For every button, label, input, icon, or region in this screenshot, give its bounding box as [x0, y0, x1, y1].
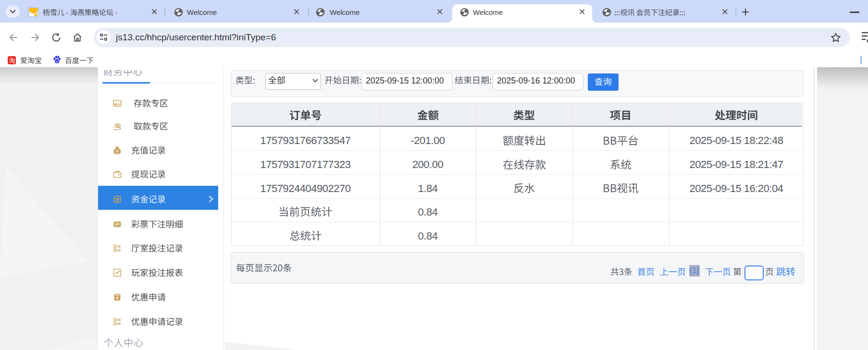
- svg-text:du: du: [56, 60, 59, 63]
